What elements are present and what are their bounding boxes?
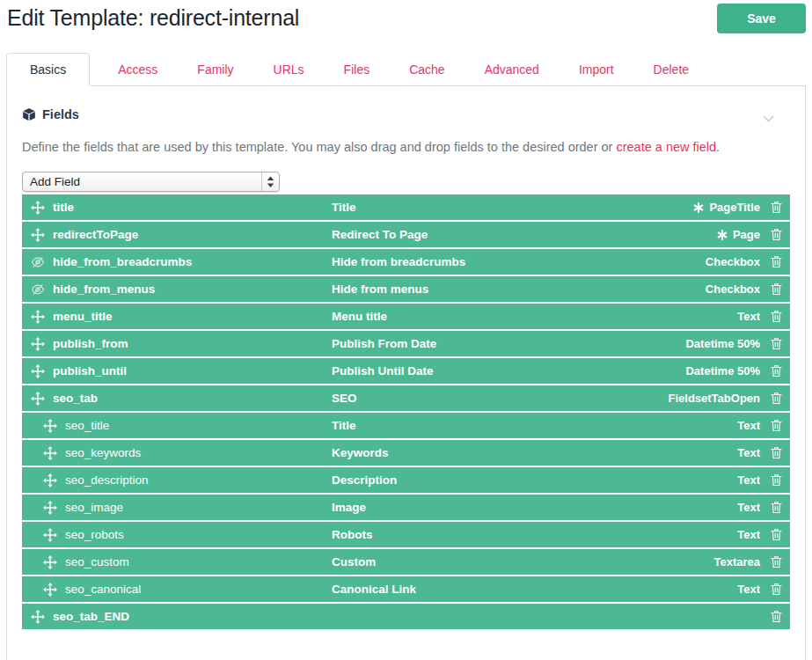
trash-icon[interactable] <box>771 419 782 432</box>
eye-slash-icon <box>31 255 45 269</box>
save-button[interactable]: Save <box>717 4 806 33</box>
field-row[interactable]: seo_tab SEO FieldsetTabOpen <box>22 385 790 411</box>
field-row[interactable]: seo_image Image Text <box>22 495 790 520</box>
tab-delete[interactable]: Delete <box>640 54 703 85</box>
drag-handle[interactable] <box>43 555 57 569</box>
field-row[interactable]: seo_title Title Text <box>22 413 790 438</box>
field-label: Canonical Link <box>332 583 416 596</box>
field-type-wrap: Checkbox <box>706 255 760 268</box>
field-row[interactable]: seo_keywords Keywords Text <box>22 440 790 466</box>
field-label: Title <box>332 201 356 214</box>
trash-icon[interactable] <box>771 501 782 514</box>
drag-handle[interactable] <box>43 446 57 460</box>
drag-handle[interactable] <box>31 337 45 351</box>
field-row[interactable]: seo_tab_END <box>22 604 790 629</box>
field-name: title <box>53 201 74 214</box>
drag-handle[interactable] <box>31 201 45 215</box>
drag-handle[interactable] <box>43 528 57 542</box>
tab-urls[interactable]: URLs <box>260 54 318 85</box>
cube-icon <box>22 107 36 121</box>
field-type-wrap: Text <box>737 583 760 596</box>
tab-family[interactable]: Family <box>183 54 247 85</box>
tab-import[interactable]: Import <box>565 54 628 85</box>
field-label: Description <box>332 473 397 487</box>
field-label: Custom <box>332 555 376 568</box>
field-row[interactable]: seo_canonical Canonical Link Text <box>22 576 790 602</box>
field-row[interactable]: seo_description Description Text <box>22 467 790 493</box>
trash-icon[interactable] <box>771 282 782 296</box>
field-name: seo_tab_END <box>53 610 129 623</box>
trash-icon[interactable] <box>771 228 782 241</box>
drag-handle[interactable] <box>43 419 57 433</box>
field-label: Hide from breadcrumbs <box>332 255 465 268</box>
drag-handle[interactable] <box>31 282 45 297</box>
field-row-right: Datetime 50% <box>685 364 782 378</box>
trash-icon[interactable] <box>771 364 782 378</box>
field-name: seo_keywords <box>65 446 141 459</box>
trash-icon[interactable] <box>771 392 782 405</box>
field-row-right: Page <box>717 228 782 241</box>
field-row[interactable]: title Title PageTitle <box>22 194 790 220</box>
drag-handle[interactable] <box>31 228 45 242</box>
basics-panel: Fields Define the fields that are used b… <box>6 86 806 660</box>
trash-icon[interactable] <box>771 473 782 487</box>
drag-handle[interactable] <box>43 501 57 515</box>
drag-handle[interactable] <box>43 473 57 488</box>
drag-handle[interactable] <box>31 610 45 624</box>
field-label: Publish From Date <box>332 337 436 350</box>
field-row[interactable]: hide_from_breadcrumbs Hide from breadcru… <box>22 249 790 275</box>
field-row[interactable]: publish_from Publish From Date Datetime … <box>22 331 790 356</box>
drag-handle[interactable] <box>31 310 45 324</box>
trash-icon[interactable] <box>771 555 782 568</box>
trash-icon[interactable] <box>771 310 782 323</box>
field-type-wrap: Text <box>737 446 760 459</box>
trash-icon[interactable] <box>771 583 782 596</box>
chevron-down-icon[interactable] <box>763 110 774 126</box>
field-type: Datetime 50% <box>685 364 760 378</box>
field-row[interactable]: menu_title Menu title Text <box>22 304 790 329</box>
tab-basics[interactable]: Basics <box>6 53 90 86</box>
trash-icon[interactable] <box>771 610 782 623</box>
fields-description-text: Define the fields that are used by this … <box>22 140 616 154</box>
field-type: Text <box>737 501 760 514</box>
field-row-right: Checkbox <box>706 282 782 296</box>
field-label: Publish Until Date <box>332 364 434 378</box>
tab-access[interactable]: Access <box>104 54 172 85</box>
field-row[interactable]: seo_custom Custom Textarea <box>22 549 790 575</box>
move-icon <box>31 228 45 242</box>
drag-handle[interactable] <box>31 255 45 269</box>
field-type: PageTitle <box>709 201 760 214</box>
tab-files[interactable]: Files <box>330 54 384 85</box>
create-new-field-link[interactable]: create a new field. <box>616 140 720 154</box>
field-row[interactable]: publish_until Publish Until Date Datetim… <box>22 358 790 384</box>
tab-advanced[interactable]: Advanced <box>471 54 553 85</box>
move-icon <box>43 501 57 515</box>
field-name: menu_title <box>53 310 113 323</box>
trash-icon[interactable] <box>771 255 782 268</box>
field-row[interactable]: hide_from_menus Hide from menus Checkbox <box>22 276 790 302</box>
field-type-wrap: Text <box>737 528 760 541</box>
trash-icon[interactable] <box>771 337 782 350</box>
field-type: Textarea <box>713 555 760 568</box>
add-field-select[interactable]: Add Field <box>22 172 280 192</box>
trash-icon[interactable] <box>771 201 782 214</box>
field-label: SEO <box>332 392 357 405</box>
trash-icon[interactable] <box>771 528 782 541</box>
tab-cache[interactable]: Cache <box>395 54 458 85</box>
field-name: redirectToPage <box>53 228 138 241</box>
drag-handle[interactable] <box>31 364 45 378</box>
field-row[interactable]: redirectToPage Redirect To Page Page <box>22 222 790 247</box>
drag-handle[interactable] <box>43 583 57 597</box>
field-row[interactable]: seo_robots Robots Text <box>22 522 790 547</box>
field-type-wrap: Checkbox <box>706 282 760 296</box>
move-icon <box>31 337 45 351</box>
drag-handle[interactable] <box>31 392 45 406</box>
move-icon <box>43 419 57 433</box>
trash-icon[interactable] <box>771 446 782 459</box>
field-type-wrap: Textarea <box>713 555 760 568</box>
field-name: seo_description <box>65 473 149 487</box>
field-label: Hide from menus <box>332 282 428 296</box>
field-type: Text <box>737 419 760 432</box>
field-row-right: Datetime 50% <box>685 337 782 350</box>
field-rows: title Title PageTitle <box>22 194 790 629</box>
